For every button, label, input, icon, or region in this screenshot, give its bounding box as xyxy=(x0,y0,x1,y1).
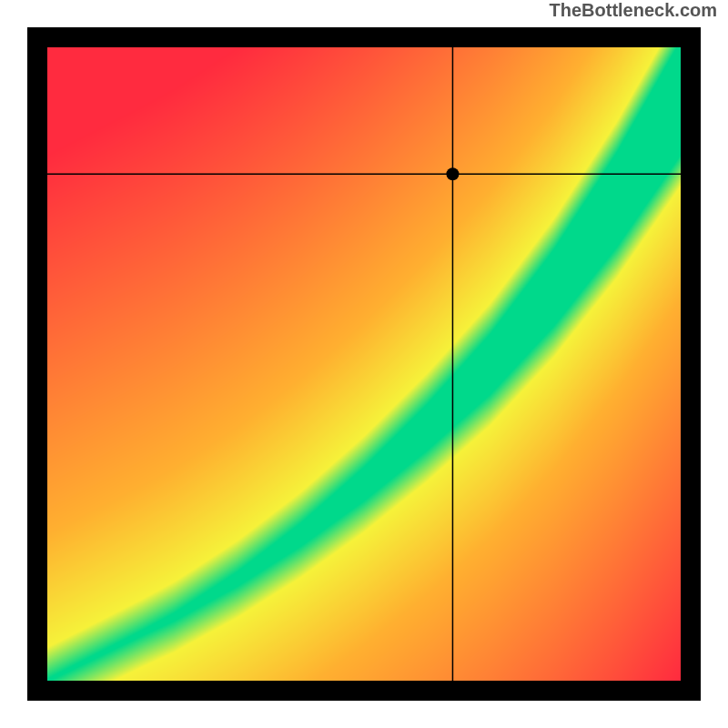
bottleneck-heatmap xyxy=(27,27,701,701)
chart-container: TheBottleneck.com xyxy=(0,0,728,728)
attribution-text: TheBottleneck.com xyxy=(550,0,717,21)
